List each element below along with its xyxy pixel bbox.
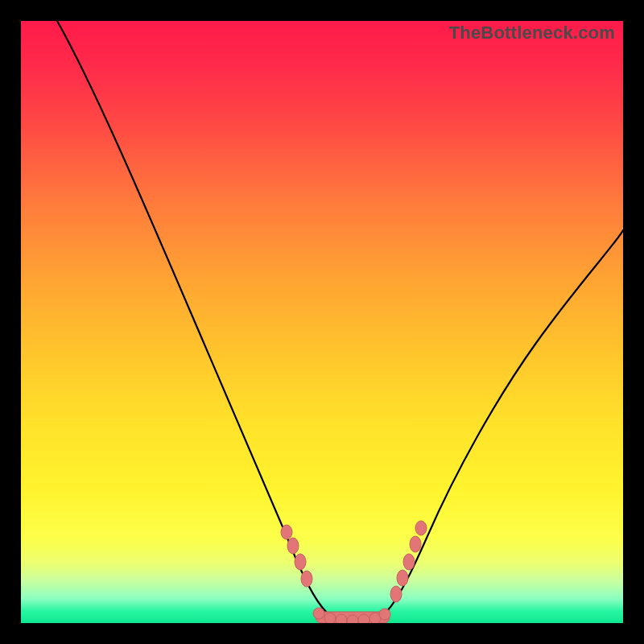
bottleneck-curve: [57, 21, 623, 621]
svg-point-7: [336, 614, 347, 623]
svg-point-11: [379, 609, 390, 620]
chart-frame: TheBottleneck.com: [0, 0, 644, 644]
svg-point-12: [390, 586, 402, 602]
svg-point-16: [415, 521, 427, 535]
svg-point-8: [347, 615, 358, 623]
left-marker-cluster: [281, 525, 312, 587]
svg-point-6: [324, 613, 336, 623]
svg-point-1: [287, 538, 299, 554]
svg-point-15: [410, 536, 421, 552]
svg-point-14: [403, 554, 415, 570]
svg-point-3: [301, 571, 312, 587]
svg-point-0: [281, 525, 292, 539]
plot-area: TheBottleneck.com: [21, 21, 623, 623]
right-marker-cluster: [390, 521, 427, 602]
chart-svg: [21, 21, 623, 623]
svg-point-2: [295, 554, 306, 570]
svg-point-5: [313, 608, 324, 619]
svg-point-9: [358, 614, 369, 623]
svg-point-13: [397, 570, 408, 586]
